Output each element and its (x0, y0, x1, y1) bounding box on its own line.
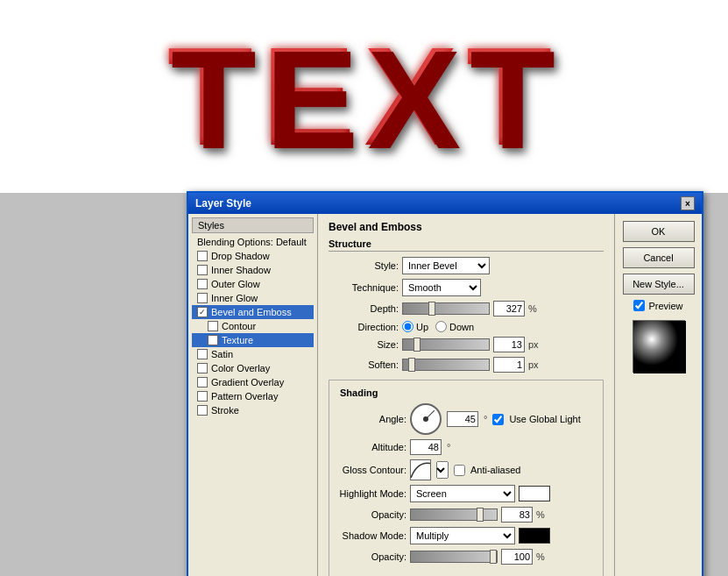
sidebar-item-blending[interactable]: Blending Options: Default (192, 235, 314, 249)
shading-section: Shading Angle: ° Use Global Light (329, 380, 604, 576)
size-slider-container: px (402, 337, 539, 352)
stroke-checkbox[interactable] (197, 405, 208, 416)
sidebar-item-pattern-overlay[interactable]: Pattern Overlay (192, 389, 314, 403)
direction-label: Direction: (329, 322, 399, 332)
shadow-mode-dropdown[interactable]: Multiply Normal Screen (410, 527, 515, 544)
dialog-title: Layer Style (195, 197, 251, 210)
sidebar-item-stroke[interactable]: Stroke (192, 403, 314, 417)
sidebar-item-bevel-emboss[interactable]: Bevel and Emboss (192, 305, 314, 319)
contour-label: Contour (222, 321, 256, 331)
size-input[interactable] (493, 337, 525, 352)
direction-row: Direction: Up Down (329, 321, 604, 332)
preview-label: Preview (648, 301, 682, 311)
structure-header: Structure (329, 238, 604, 252)
stroke-label: Stroke (211, 405, 239, 416)
shadow-opacity-input[interactable] (501, 549, 533, 565)
shadow-opacity-slider[interactable] (410, 551, 498, 563)
sidebar-item-outer-glow[interactable]: Outer Glow (192, 277, 314, 291)
gloss-contour-dropdown[interactable]: ▼ (436, 461, 449, 479)
shadow-color-swatch[interactable] (519, 528, 550, 544)
highlight-color-swatch[interactable] (519, 486, 550, 501)
contour-checkbox[interactable] (208, 321, 218, 331)
sidebar-item-inner-shadow[interactable]: Inner Shadow (192, 263, 314, 277)
use-global-light-checkbox[interactable] (492, 414, 504, 425)
drop-shadow-label: Drop Shadow (211, 251, 270, 261)
direction-down-radio[interactable] (435, 321, 447, 332)
sidebar-item-gradient-overlay[interactable]: Gradient Overlay (192, 375, 314, 389)
size-slider[interactable] (402, 338, 490, 351)
sidebar-item-texture[interactable]: Texture (192, 333, 314, 347)
anti-aliased-checkbox[interactable] (454, 465, 465, 476)
angle-row: Angle: ° Use Global Light (336, 403, 596, 435)
angle-dial[interactable] (410, 403, 442, 435)
main-panel: Bevel and Emboss Structure Style: Inner … (318, 214, 614, 576)
shadow-mode-row: Shadow Mode: Multiply Normal Screen (336, 527, 596, 544)
shadow-opacity-label: Opacity: (336, 551, 406, 562)
angle-needle (426, 410, 435, 420)
outer-glow-checkbox[interactable] (197, 279, 208, 289)
angle-unit: ° (484, 414, 487, 424)
use-global-light-label: Use Global Light (509, 414, 580, 424)
sidebar-item-drop-shadow[interactable]: Drop Shadow (192, 249, 314, 263)
inner-shadow-label: Inner Shadow (211, 265, 271, 275)
gloss-contour-label: Gloss Contour: (336, 465, 406, 475)
gloss-contour-row: Gloss Contour: ▼ Anti-aliased (336, 459, 596, 480)
new-style-button[interactable]: New Style... (623, 274, 695, 295)
style-control: Inner Bevel Outer Bevel Emboss Pillow Em… (402, 257, 490, 274)
altitude-label: Altitude: (336, 442, 406, 452)
soften-unit: px (528, 359, 539, 370)
inner-shadow-checkbox[interactable] (197, 265, 208, 275)
depth-input[interactable] (493, 301, 525, 316)
dialog-titlebar: Layer Style × (188, 193, 702, 214)
direction-up-radio[interactable] (402, 321, 413, 332)
sidebar-item-color-overlay[interactable]: Color Overlay (192, 361, 314, 375)
satin-checkbox[interactable] (197, 349, 208, 359)
highlight-mode-row: Highlight Mode: Screen Normal Multiply (336, 485, 596, 502)
dialog-body: Styles Blending Options: Default Drop Sh… (188, 214, 702, 576)
close-button[interactable]: × (681, 196, 695, 210)
pattern-overlay-checkbox[interactable] (197, 391, 208, 402)
highlight-mode-label: Highlight Mode: (336, 488, 406, 499)
style-row: Style: Inner Bevel Outer Bevel Emboss Pi… (329, 257, 604, 274)
bevel-emboss-checkbox[interactable] (197, 307, 208, 317)
preview-checkbox[interactable] (633, 300, 645, 311)
preview-checkbox-container: Preview (633, 300, 682, 311)
highlight-opacity-input[interactable] (501, 507, 533, 523)
style-dropdown[interactable]: Inner Bevel Outer Bevel Emboss Pillow Em… (402, 257, 490, 274)
ok-button[interactable]: OK (623, 221, 695, 242)
highlight-opacity-row: Opacity: % (336, 507, 596, 523)
drop-shadow-checkbox[interactable] (197, 251, 208, 261)
altitude-input[interactable] (410, 439, 442, 455)
texture-checkbox[interactable] (208, 335, 218, 345)
outer-glow-label: Outer Glow (211, 279, 260, 289)
highlight-opacity-slider[interactable] (410, 508, 498, 521)
shadow-opacity-unit: % (536, 551, 545, 562)
gloss-contour-preview[interactable] (410, 459, 431, 480)
right-bg (703, 193, 728, 576)
shadow-mode-control: Multiply Normal Screen (410, 527, 550, 544)
technique-dropdown[interactable]: Smooth Chisel Hard Chisel Soft (402, 279, 481, 296)
cancel-button[interactable]: Cancel (623, 247, 695, 268)
direction-up-item: Up (402, 321, 428, 332)
direction-radio-group: Up Down (402, 321, 474, 332)
sidebar-item-inner-glow[interactable]: Inner Glow (192, 291, 314, 305)
technique-row: Technique: Smooth Chisel Hard Chisel Sof… (329, 279, 604, 296)
inner-glow-checkbox[interactable] (197, 293, 208, 303)
technique-label: Technique: (329, 282, 399, 293)
direction-up-label: Up (416, 322, 428, 332)
size-row: Size: px (329, 337, 604, 352)
depth-slider[interactable] (402, 302, 490, 315)
angle-input[interactable] (447, 411, 478, 427)
technique-control: Smooth Chisel Hard Chisel Soft (402, 279, 481, 296)
sidebar-item-satin[interactable]: Satin (192, 347, 314, 361)
highlight-opacity-label: Opacity: (336, 509, 406, 520)
styles-header: Styles (192, 217, 314, 233)
soften-slider[interactable] (402, 359, 490, 371)
soften-input[interactable] (493, 357, 525, 373)
highlight-mode-dropdown[interactable]: Screen Normal Multiply (410, 485, 515, 502)
gradient-overlay-checkbox[interactable] (197, 377, 208, 388)
shadow-opacity-slider-container: % (410, 549, 545, 565)
sidebar-item-contour[interactable]: Contour (192, 319, 314, 333)
color-overlay-checkbox[interactable] (197, 363, 208, 373)
size-unit: px (528, 339, 539, 350)
